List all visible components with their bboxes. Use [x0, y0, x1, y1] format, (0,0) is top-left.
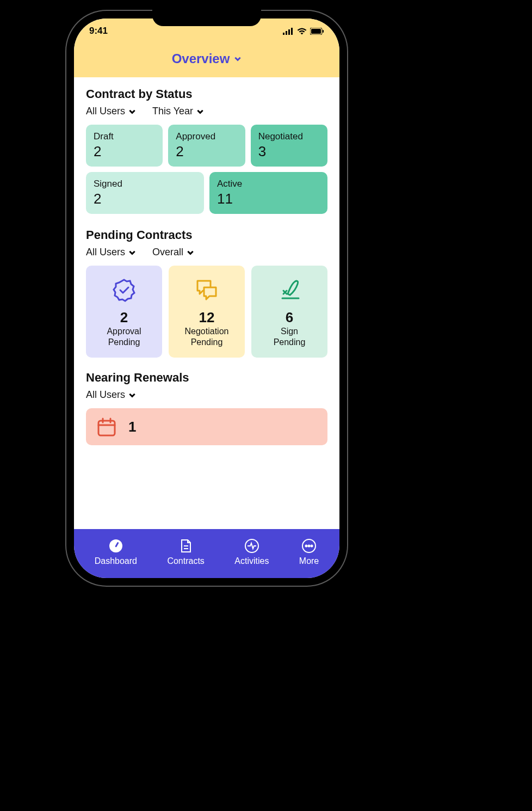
pending-title: Pending Contracts: [86, 228, 327, 242]
tab-label: Activities: [234, 556, 269, 566]
svg-rect-3: [291, 28, 293, 35]
sign-icon: [256, 274, 323, 306]
svg-point-21: [308, 545, 310, 547]
filter-pending-period-label: Overall: [152, 247, 183, 258]
contract-status-title: Contract by Status: [86, 87, 327, 101]
svg-rect-1: [286, 31, 287, 35]
pending-filters: All Users Overall: [86, 247, 327, 258]
renewals-title: Nearing Renewals: [86, 371, 327, 385]
svg-point-20: [306, 545, 307, 547]
tab-activities[interactable]: Activities: [234, 538, 269, 566]
tab-label: More: [299, 556, 319, 566]
svg-rect-0: [283, 33, 284, 35]
chevron-down-icon: [234, 55, 242, 63]
pending-card-approval[interactable]: 2ApprovalPending: [86, 266, 162, 358]
tab-more[interactable]: More: [299, 538, 319, 566]
status-card-approved[interactable]: Approved2: [168, 125, 245, 167]
status-label: Signed: [94, 179, 196, 189]
chevron-down-icon: [187, 249, 194, 256]
header-title-text: Overview: [172, 51, 230, 66]
tab-dashboard[interactable]: Dashboard: [95, 538, 137, 566]
status-card-active[interactable]: Active11: [209, 172, 327, 214]
header: Overview: [74, 44, 339, 77]
pending-value: 12: [173, 309, 240, 326]
calendar-icon: [96, 416, 117, 438]
wifi-icon: [297, 28, 307, 35]
chevron-down-icon: [128, 108, 136, 115]
battery-icon: [310, 28, 324, 35]
svg-point-22: [311, 545, 313, 547]
pending-card-negotiation[interactable]: 12NegotiationPending: [169, 266, 245, 358]
status-indicators: [283, 28, 324, 35]
phone-frame: 9:41 Overview Contract by Status All Use…: [65, 10, 348, 587]
filter-period[interactable]: This Year: [152, 106, 204, 117]
status-card-negotiated[interactable]: Negotiated3: [251, 125, 327, 167]
pending-value: 2: [90, 309, 158, 326]
status-value: 2: [176, 143, 237, 160]
pending-label: ApprovalPending: [90, 326, 158, 348]
pending-value: 6: [256, 309, 323, 326]
status-card-signed[interactable]: Signed2: [86, 172, 204, 214]
notch: [152, 10, 261, 26]
filter-period-label: This Year: [152, 106, 193, 117]
status-label: Draft: [94, 131, 155, 142]
chevron-down-icon: [196, 108, 204, 115]
tab-contracts[interactable]: Contracts: [167, 538, 204, 566]
filter-users[interactable]: All Users: [86, 106, 136, 117]
chat-icon: [173, 274, 240, 306]
filter-renewals-users[interactable]: All Users: [86, 389, 136, 401]
status-label: Approved: [176, 131, 237, 142]
renewal-value: 1: [128, 419, 136, 435]
filter-pending-users-label: All Users: [86, 247, 125, 258]
cellular-icon: [283, 28, 294, 35]
status-label: Active: [217, 179, 320, 189]
status-value: 3: [258, 143, 320, 160]
status-value: 11: [217, 191, 320, 207]
activity-icon: [244, 538, 260, 554]
status-card-draft[interactable]: Draft2: [86, 125, 163, 167]
document-icon: [178, 538, 194, 554]
svg-rect-6: [323, 30, 324, 33]
tab-label: Dashboard: [95, 556, 137, 566]
tabbar: DashboardContractsActivitiesMore: [74, 529, 339, 578]
status-label: Negotiated: [258, 131, 320, 142]
pending-label: SignPending: [256, 326, 323, 348]
status-value: 2: [94, 191, 196, 207]
filter-renewals-users-label: All Users: [86, 389, 125, 401]
status-time: 9:41: [89, 26, 108, 36]
svg-rect-10: [98, 421, 115, 435]
filter-users-label: All Users: [86, 106, 125, 117]
filter-pending-users[interactable]: All Users: [86, 247, 136, 258]
pending-row: 2ApprovalPending12NegotiationPending6Sig…: [86, 266, 327, 358]
pending-label: NegotiationPending: [173, 326, 240, 348]
pending-card-sign[interactable]: 6SignPending: [251, 266, 327, 358]
content: Contract by Status All Users This Year D…: [74, 77, 339, 529]
filter-pending-period[interactable]: Overall: [152, 247, 194, 258]
contract-status-filters: All Users This Year: [86, 106, 327, 117]
renewal-card[interactable]: 1: [86, 408, 327, 445]
more-icon: [301, 538, 317, 554]
status-grid: Draft2Approved2Negotiated3Signed2Active1…: [86, 125, 327, 214]
status-value: 2: [94, 143, 155, 160]
svg-rect-5: [311, 29, 321, 34]
chevron-down-icon: [128, 391, 136, 399]
dashboard-icon: [108, 538, 124, 554]
badge-icon: [90, 274, 158, 306]
chevron-down-icon: [128, 249, 136, 256]
svg-rect-2: [288, 29, 290, 35]
screen: 9:41 Overview Contract by Status All Use…: [74, 19, 339, 578]
header-dropdown[interactable]: Overview: [172, 51, 242, 66]
renewals-filters: All Users: [86, 389, 327, 401]
tab-label: Contracts: [167, 556, 204, 566]
